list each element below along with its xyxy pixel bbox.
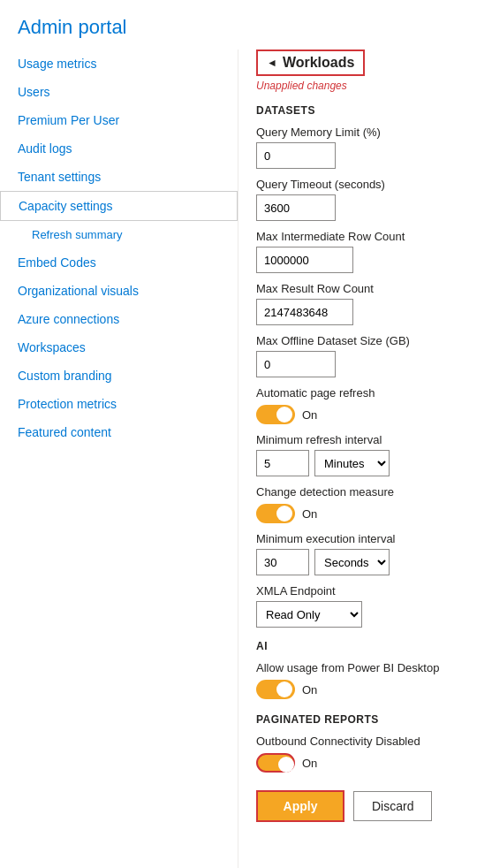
sidebar-item-featured-content[interactable]: Featured content (0, 418, 238, 446)
page-title: Admin portal (0, 0, 492, 49)
change-detection-toggle-row: On (256, 504, 474, 523)
xmla-endpoint-select[interactable]: Read Only Read Write Off (256, 601, 362, 628)
sidebar-item-protection-metrics[interactable]: Protection metrics (0, 390, 238, 418)
sidebar-item-custom-branding[interactable]: Custom branding (0, 362, 238, 390)
paginated-reports-label: PAGINATED REPORTS (256, 713, 474, 726)
min-execution-label: Minimum execution interval (256, 532, 474, 545)
allow-usage-toggle[interactable] (256, 680, 295, 699)
auto-page-refresh-toggle-label: On (302, 408, 317, 422)
actions-row: Apply Discard (256, 790, 474, 840)
workloads-header-box: ◄ Workloads (256, 49, 365, 76)
outbound-toggle[interactable] (256, 753, 295, 773)
max-offline-label: Max Offline Dataset Size (GB) (256, 334, 474, 347)
allow-usage-toggle-row: On (256, 680, 474, 699)
min-refresh-unit-select[interactable]: Minutes Seconds (314, 450, 390, 476)
sidebar-item-workspaces[interactable]: Workspaces (0, 333, 238, 362)
query-memory-limit-input[interactable] (256, 142, 336, 169)
allow-usage-toggle-label: On (302, 683, 317, 697)
max-intermediate-input[interactable] (256, 247, 353, 273)
change-detection-toggle[interactable] (256, 504, 295, 523)
min-execution-row: Seconds Minutes (256, 549, 474, 575)
ai-section-label: AI (256, 640, 474, 652)
min-refresh-label: Minimum refresh interval (256, 433, 474, 446)
max-offline-input[interactable] (256, 351, 336, 377)
sidebar-item-refresh-summary[interactable]: Refresh summary (0, 221, 238, 248)
xmla-endpoint-label: XMLA Endpoint (256, 584, 474, 598)
sidebar-item-tenant-settings[interactable]: Tenant settings (0, 163, 238, 191)
auto-page-refresh-toggle-row: On (256, 405, 474, 424)
allow-usage-label: Allow usage from Power BI Desktop (256, 661, 474, 674)
workloads-title: Workloads (283, 55, 355, 71)
max-result-label: Max Result Row Count (256, 282, 474, 295)
datasets-section-label: DATASETS (256, 104, 474, 117)
outbound-toggle-label: On (302, 757, 317, 770)
apply-button[interactable]: Apply (256, 790, 344, 822)
discard-button[interactable]: Discard (353, 791, 432, 821)
sidebar: Usage metrics Users Premium Per User Aud… (0, 49, 238, 868)
query-memory-limit-label: Query Memory Limit (%) (256, 126, 474, 139)
sidebar-item-embed-codes[interactable]: Embed Codes (0, 248, 238, 277)
sidebar-item-azure-connections[interactable]: Azure connections (0, 305, 238, 333)
min-refresh-row: Minutes Seconds (256, 450, 474, 476)
query-timeout-input[interactable] (256, 194, 336, 221)
content-area: Usage metrics Users Premium Per User Aud… (0, 49, 492, 868)
max-intermediate-label: Max Intermediate Row Count (256, 230, 474, 243)
min-execution-value-input[interactable] (256, 549, 309, 575)
outbound-label: Outbound Connectivity Disabled (256, 735, 474, 748)
min-refresh-value-input[interactable] (256, 450, 309, 476)
main-content: ◄ Workloads Unapplied changes DATASETS Q… (238, 49, 492, 868)
sidebar-item-usage-metrics[interactable]: Usage metrics (0, 49, 238, 78)
auto-page-refresh-toggle[interactable] (256, 405, 295, 424)
outbound-toggle-row: On (256, 753, 474, 773)
sidebar-item-audit-logs[interactable]: Audit logs (0, 134, 238, 163)
change-detection-toggle-label: On (302, 507, 317, 521)
query-timeout-label: Query Timeout (seconds) (256, 178, 474, 191)
max-result-input[interactable] (256, 299, 353, 325)
page-container: Admin portal Usage metrics Users Premium… (0, 0, 492, 868)
sidebar-item-premium-per-user[interactable]: Premium Per User (0, 106, 238, 134)
min-execution-unit-select[interactable]: Seconds Minutes (314, 549, 390, 575)
sidebar-item-capacity-settings[interactable]: Capacity settings (0, 191, 238, 221)
sidebar-item-users[interactable]: Users (0, 78, 238, 106)
auto-page-refresh-label: Automatic page refresh (256, 386, 474, 400)
change-detection-label: Change detection measure (256, 485, 474, 499)
workloads-chevron-icon[interactable]: ◄ (267, 57, 277, 69)
unapplied-changes-text: Unapplied changes (256, 80, 474, 92)
sidebar-item-organizational-visuals[interactable]: Organizational visuals (0, 277, 238, 305)
